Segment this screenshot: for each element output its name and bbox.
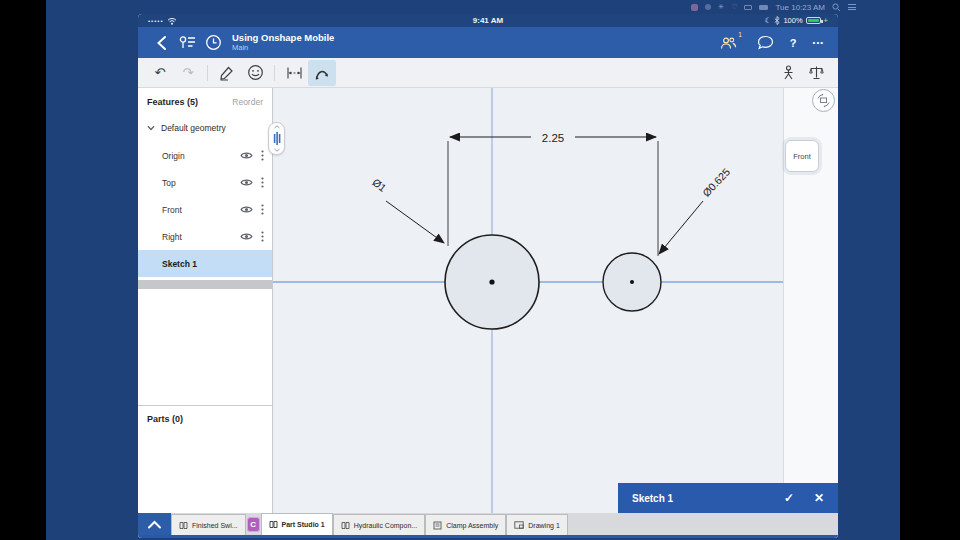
rotate-view-button[interactable] (812, 89, 835, 112)
accept-sketch-button[interactable]: ✓ (784, 491, 794, 505)
visibility-eye-icon[interactable] (240, 151, 253, 160)
leader-line-big (386, 201, 444, 243)
battery-menu-icon[interactable] (759, 5, 768, 10)
reorder-button[interactable]: Reorder (232, 97, 263, 107)
dimension-value-small-circle[interactable]: Ø0.625 (700, 165, 732, 198)
feature-row-origin[interactable]: Origin (138, 142, 272, 169)
panel-drag-handle[interactable] (268, 122, 285, 155)
part-studio-icon (341, 521, 350, 530)
view-cube-label: Front (793, 152, 811, 161)
sketch-dialog-title: Sketch 1 (632, 493, 764, 504)
chevron-down-icon (147, 125, 155, 131)
dimension-tool-icon[interactable] (280, 60, 308, 86)
sketch-feature-label: Sketch 1 (162, 259, 197, 269)
group-label: Default geometry (161, 123, 226, 133)
document-title: Using Onshape Mobile (232, 33, 334, 44)
collaborator-count-badge: 1 (738, 31, 742, 38)
workspace: Features (5) Reorder Default geometry Or… (138, 88, 838, 513)
desktop-background: ✳ ♡ Tue 10:23 AM ••••• 9:41 AM (46, 0, 900, 540)
menubar-app-icon[interactable] (691, 4, 698, 11)
dimension-value-big-circle[interactable]: Ø1 (370, 176, 389, 194)
tab-label: Drawing 1 (528, 522, 560, 529)
drawing-icon (514, 521, 524, 529)
tab-finished-switch[interactable]: Finished Swi... (171, 514, 246, 535)
big-circle-center-point[interactable] (489, 279, 494, 284)
versions-icon[interactable] (174, 31, 200, 55)
small-circle-center-point[interactable] (630, 280, 634, 284)
item-menu-icon[interactable] (261, 150, 264, 161)
features-title: Features (5) (147, 97, 198, 107)
item-menu-icon[interactable] (261, 204, 264, 215)
tab-label: Finished Swi... (192, 522, 238, 529)
visibility-eye-icon[interactable] (240, 205, 253, 214)
back-button[interactable] (148, 31, 174, 55)
dimension-value-linear[interactable]: 2.25 (542, 132, 564, 144)
analysis-person-icon[interactable] (774, 60, 802, 86)
tab-hydraulic-component[interactable]: Hydraulic Compon... (333, 514, 425, 535)
share-users-button[interactable]: 1 (720, 36, 741, 50)
default-geometry-group[interactable]: Default geometry (138, 114, 272, 142)
parts-title: Parts (0) (147, 414, 272, 424)
wifi-menu-icon[interactable]: ♡ (731, 3, 737, 11)
display-menu-icon[interactable] (744, 5, 752, 10)
parts-panel: Parts (0) (138, 405, 272, 513)
feature-label: Top (162, 178, 240, 188)
ios-status-bar: ••••• 9:41 AM ☾ 100% + (138, 14, 838, 27)
measure-scales-icon[interactable] (802, 60, 830, 86)
bluetooth-menu-icon[interactable]: ✳ (718, 3, 724, 11)
menu-bar: ✳ ♡ Tue 10:23 AM (46, 0, 900, 14)
visibility-eye-icon[interactable] (240, 178, 253, 187)
visibility-eye-icon[interactable] (240, 232, 253, 241)
spotlight-icon[interactable] (832, 3, 841, 12)
feature-row-sketch1-selected[interactable]: Sketch 1 (138, 250, 272, 277)
cancel-sketch-button[interactable]: ✕ (814, 491, 824, 505)
ipad-screen: ••••• 9:41 AM ☾ 100% + (138, 14, 838, 538)
feature-label: Origin (162, 151, 240, 161)
line-tool-icon[interactable] (213, 60, 241, 86)
menubar-status-icon[interactable] (705, 4, 711, 10)
item-menu-icon[interactable] (261, 177, 264, 188)
tab-clamp-assembly[interactable]: Clamp Assembly (425, 514, 506, 535)
smiley-tool-icon[interactable] (241, 60, 269, 86)
view-cube-front[interactable]: Front (785, 140, 819, 172)
dnd-moon-icon: ☾ (765, 16, 772, 25)
feature-label: Front (162, 205, 240, 215)
feature-row-top[interactable]: Top (138, 169, 272, 196)
part-studio-icon (269, 520, 278, 529)
video-frame: ✳ ♡ Tue 10:23 AM ••••• 9:41 AM (0, 0, 960, 540)
feature-row-front[interactable]: Front (138, 196, 272, 223)
view-tools-strip: Front (783, 88, 838, 513)
sketch-canvas[interactable]: 2.25 Ø1 Ø0.625 (273, 88, 783, 513)
document-tab-bar: Finished Swi... C Part Studio 1 Hydrauli… (138, 513, 838, 538)
more-menu-button[interactable]: ••• (813, 38, 824, 47)
tab-part-studio-1[interactable]: Part Studio 1 (261, 513, 333, 535)
tab-label: Part Studio 1 (282, 521, 325, 528)
cell-signal-icon: ••••• (148, 18, 164, 24)
app-header: Using Onshape Mobile Main 1 ? ••• (138, 27, 838, 58)
sketch-toolbar: ↶ ↷ (138, 58, 838, 88)
tab-drawing-1[interactable]: Drawing 1 (506, 514, 568, 535)
feature-label: Right (162, 232, 240, 242)
undo-button[interactable]: ↶ (146, 60, 174, 86)
wifi-icon (167, 17, 177, 25)
menubar-clock[interactable]: Tue 10:23 AM (775, 3, 825, 12)
sketch-confirm-bar: Sketch 1 ✓ ✕ (618, 483, 838, 513)
workspace-name: Main (232, 44, 334, 53)
battery-percent: 100% (783, 16, 802, 25)
redo-button[interactable]: ↷ (174, 60, 202, 86)
help-button[interactable]: ? (790, 37, 797, 49)
feature-row-right[interactable]: Right (138, 223, 272, 250)
tabs-expand-button[interactable] (138, 513, 171, 535)
panel-scrollbar[interactable] (138, 280, 272, 289)
menubar-list-icon[interactable] (848, 4, 856, 10)
features-panel: Features (5) Reorder Default geometry Or… (138, 88, 273, 513)
collaborator-avatar[interactable]: C (247, 517, 260, 532)
assembly-icon (433, 521, 442, 530)
leader-line-small (659, 201, 703, 254)
history-clock-icon[interactable] (200, 31, 226, 55)
item-menu-icon[interactable] (261, 231, 264, 242)
comments-button[interactable] (757, 35, 774, 50)
status-time: 9:41 AM (268, 16, 708, 25)
selected-curved-arrow-tool[interactable] (308, 60, 336, 86)
bluetooth-icon (774, 16, 780, 25)
